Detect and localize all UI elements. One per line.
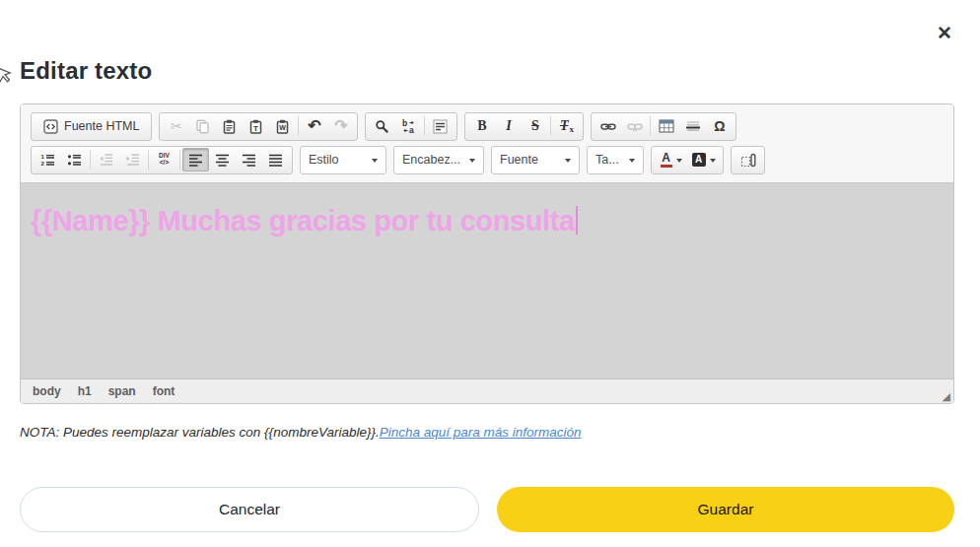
cut-icon: ✂ [171, 119, 182, 133]
note-text: NOTA: Puedes reemplazar variables con {{… [20, 425, 582, 440]
colors-group: A A [651, 146, 724, 174]
redo-icon: ↷ [334, 118, 347, 134]
show-blocks-button[interactable] [735, 148, 761, 171]
text-color-icon: A [661, 152, 672, 168]
align-right-icon [242, 154, 256, 167]
font-dropdown-label: Fuente [500, 153, 538, 167]
note-body: NOTA: Puedes reemplazar variables con {{… [20, 425, 380, 440]
div-container-button[interactable]: DIV </> [151, 148, 177, 171]
numbered-list-button[interactable]: 1 2 [35, 148, 61, 171]
unlink-icon [627, 119, 643, 134]
insert-group: Ω [591, 112, 736, 141]
size-dropdown-label: Ta... [595, 153, 619, 167]
style-dropdown[interactable]: Estilo [300, 146, 386, 174]
source-group: Fuente HTML [31, 112, 152, 141]
bulleted-list-icon [67, 153, 83, 167]
horizontal-rule-button[interactable] [679, 114, 706, 138]
chevron-down-icon [469, 159, 475, 166]
copy-icon [195, 119, 210, 134]
size-dropdown[interactable]: Ta... [587, 146, 644, 174]
align-center-button[interactable] [209, 148, 236, 171]
remove-format-x: x [569, 124, 574, 134]
toolbar-separator [424, 116, 425, 136]
select-all-button[interactable] [427, 114, 454, 138]
html-source-button[interactable]: Fuente HTML [35, 114, 148, 138]
cancel-button[interactable]: Cancelar [20, 487, 479, 532]
page-title: Editar texto [20, 57, 152, 85]
chevron-down-icon [629, 159, 635, 166]
save-button[interactable]: Guardar [497, 487, 954, 532]
paste-button[interactable] [216, 114, 243, 138]
chevron-down-icon [676, 159, 682, 166]
editor-content-area[interactable]: {{Name}} Muchas gracias por tu consulta [21, 183, 953, 378]
path-item-body[interactable]: body [33, 384, 61, 398]
align-left-button[interactable] [182, 148, 209, 171]
font-dropdown[interactable]: Fuente [491, 146, 580, 174]
italic-icon: I [506, 119, 511, 133]
omega-icon: Ω [714, 119, 725, 133]
italic-button[interactable]: I [495, 114, 522, 138]
path-item-h1[interactable]: h1 [78, 384, 92, 398]
redo-button[interactable]: ↷ [327, 114, 354, 138]
align-right-button[interactable] [236, 148, 262, 171]
svg-text:W: W [280, 124, 287, 131]
text-color-bar [661, 165, 672, 168]
replace-button[interactable]: b a [395, 114, 422, 138]
link-button[interactable] [595, 114, 621, 138]
toolbar-separator [90, 150, 91, 170]
text-color-a: A [662, 152, 670, 164]
path-item-span[interactable]: span [108, 384, 136, 398]
background-color-button[interactable]: A [687, 148, 720, 171]
align-justify-button[interactable] [262, 148, 289, 171]
close-icon[interactable]: ✕ [937, 24, 952, 42]
more-info-link[interactable]: Pincha aquí para más información [380, 425, 582, 440]
paste-as-text-button[interactable]: T [243, 114, 269, 138]
search-button[interactable] [369, 114, 395, 138]
svg-text:a: a [409, 125, 414, 134]
chevron-down-icon [372, 159, 378, 166]
outdent-button[interactable] [93, 148, 119, 171]
text-caret [576, 206, 578, 235]
strikethrough-button[interactable]: S [522, 114, 548, 138]
show-blocks-icon [740, 153, 756, 168]
chevron-down-icon [565, 159, 571, 166]
paste-from-word-button[interactable]: W [269, 114, 296, 138]
style-dropdown-label: Estilo [309, 153, 339, 167]
text-color-button[interactable]: A [655, 148, 687, 171]
toolbar-separator [148, 150, 149, 170]
editor-toolbar: Fuente HTML ✂ [21, 104, 953, 183]
table-icon [659, 119, 674, 133]
table-button[interactable] [653, 114, 679, 138]
rich-text-editor: Fuente HTML ✂ [20, 103, 954, 404]
edit-text-modal: ✕ Editar texto Fuente HTML ✂ [0, 0, 980, 547]
find-group: b a [365, 112, 457, 141]
background-color-icon: A [692, 153, 706, 167]
toolbar-separator [179, 150, 180, 170]
unlink-button[interactable] [621, 114, 648, 138]
resize-handle-icon[interactable]: ◢ [943, 391, 950, 402]
indent-button[interactable] [119, 148, 146, 171]
toolbar-row-1: Fuente HTML ✂ [31, 109, 945, 143]
cut-button[interactable]: ✂ [163, 114, 189, 138]
paste-icon [222, 119, 237, 134]
svg-text:b: b [402, 119, 407, 128]
basic-styles-group: B I S Tx [464, 112, 584, 141]
chevron-down-icon [710, 159, 716, 166]
content-text: {{Name}} Muchas gracias por tu consulta [31, 205, 575, 237]
bold-button[interactable]: B [468, 114, 495, 138]
replace-icon: b a [401, 119, 416, 134]
remove-format-button[interactable]: Tx [553, 114, 580, 138]
copy-button[interactable] [189, 114, 216, 138]
div-icon-bottom: </> [160, 160, 169, 167]
bulleted-list-button[interactable] [61, 148, 88, 171]
path-item-font[interactable]: font [153, 384, 175, 398]
heading-dropdown[interactable]: Encabez... [393, 146, 484, 174]
link-icon [600, 119, 616, 134]
special-char-button[interactable]: Ω [706, 114, 733, 138]
heading-dropdown-label: Encabez... [402, 153, 460, 167]
paste-word-icon: W [275, 119, 290, 134]
select-all-icon [433, 119, 448, 134]
undo-button[interactable]: ↶ [301, 114, 327, 138]
numbered-list-icon: 1 2 [40, 153, 56, 167]
outdent-icon [99, 153, 114, 167]
